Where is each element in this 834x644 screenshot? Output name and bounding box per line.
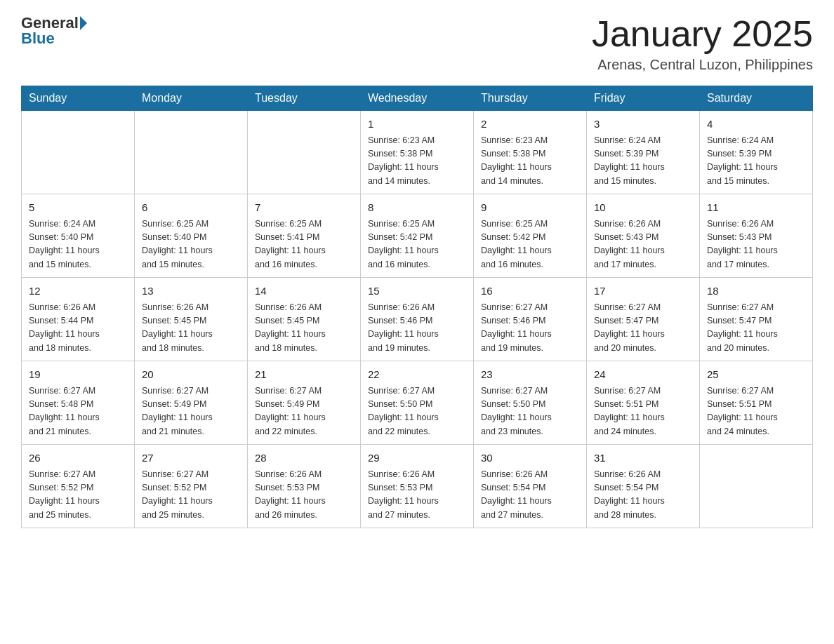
day-info: Sunrise: 6:26 AMSunset: 5:53 PMDaylight:… [368,468,466,523]
location-title: Arenas, Central Luzon, Philippines [592,57,813,73]
day-info: Sunrise: 6:26 AMSunset: 5:43 PMDaylight:… [707,217,805,272]
day-info: Sunrise: 6:25 AMSunset: 5:41 PMDaylight:… [255,217,353,272]
day-info: Sunrise: 6:25 AMSunset: 5:42 PMDaylight:… [481,217,579,272]
week-row-2: 5Sunrise: 6:24 AMSunset: 5:40 PMDaylight… [22,194,813,278]
day-number: 20 [142,367,240,383]
calendar-cell: 10Sunrise: 6:26 AMSunset: 5:43 PMDayligh… [587,194,700,278]
day-info: Sunrise: 6:26 AMSunset: 5:46 PMDaylight:… [368,301,466,356]
day-info: Sunrise: 6:27 AMSunset: 5:49 PMDaylight:… [255,384,353,439]
day-info: Sunrise: 6:27 AMSunset: 5:51 PMDaylight:… [707,384,805,439]
weekday-header-wednesday: Wednesday [361,86,474,111]
calendar-cell: 23Sunrise: 6:27 AMSunset: 5:50 PMDayligh… [474,361,587,445]
calendar-cell: 11Sunrise: 6:26 AMSunset: 5:43 PMDayligh… [700,194,813,278]
day-number: 7 [255,200,353,216]
day-number: 15 [368,283,466,300]
calendar-cell [22,111,135,194]
calendar-cell: 13Sunrise: 6:26 AMSunset: 5:45 PMDayligh… [135,278,248,361]
month-title: January 2025 [592,14,813,54]
day-number: 6 [142,200,240,216]
day-info: Sunrise: 6:27 AMSunset: 5:52 PMDaylight:… [29,468,127,523]
calendar-cell: 26Sunrise: 6:27 AMSunset: 5:52 PMDayligh… [22,445,135,528]
day-info: Sunrise: 6:24 AMSunset: 5:39 PMDaylight:… [594,134,692,189]
day-info: Sunrise: 6:27 AMSunset: 5:49 PMDaylight:… [142,384,240,439]
calendar-cell: 15Sunrise: 6:26 AMSunset: 5:46 PMDayligh… [361,278,474,361]
day-number: 31 [594,450,692,467]
day-number: 17 [594,283,692,300]
calendar-cell: 18Sunrise: 6:27 AMSunset: 5:47 PMDayligh… [700,278,813,361]
calendar-cell: 1Sunrise: 6:23 AMSunset: 5:38 PMDaylight… [361,111,474,194]
calendar-table: SundayMondayTuesdayWednesdayThursdayFrid… [21,86,813,528]
day-info: Sunrise: 6:27 AMSunset: 5:46 PMDaylight:… [481,301,579,356]
calendar-cell [248,111,361,194]
day-info: Sunrise: 6:24 AMSunset: 5:40 PMDaylight:… [29,217,127,272]
day-info: Sunrise: 6:27 AMSunset: 5:51 PMDaylight:… [594,384,692,439]
day-info: Sunrise: 6:25 AMSunset: 5:40 PMDaylight:… [142,217,240,272]
day-number: 4 [707,116,805,133]
calendar-cell: 14Sunrise: 6:26 AMSunset: 5:45 PMDayligh… [248,278,361,361]
day-number: 18 [707,283,805,300]
day-info: Sunrise: 6:26 AMSunset: 5:45 PMDaylight:… [255,301,353,356]
day-number: 27 [142,450,240,467]
day-number: 1 [368,116,466,133]
calendar-cell: 8Sunrise: 6:25 AMSunset: 5:42 PMDaylight… [361,194,474,278]
day-number: 3 [594,116,692,133]
day-info: Sunrise: 6:27 AMSunset: 5:48 PMDaylight:… [29,384,127,439]
calendar-cell: 21Sunrise: 6:27 AMSunset: 5:49 PMDayligh… [248,361,361,445]
weekday-header-row: SundayMondayTuesdayWednesdayThursdayFrid… [22,86,813,111]
day-number: 21 [255,367,353,383]
day-number: 5 [29,200,127,216]
calendar-cell: 25Sunrise: 6:27 AMSunset: 5:51 PMDayligh… [700,361,813,445]
weekday-header-friday: Friday [587,86,700,111]
weekday-header-saturday: Saturday [700,86,813,111]
day-number: 14 [255,283,353,300]
page-header: General Blue January 2025 Arenas, Centra… [21,14,813,73]
day-number: 16 [481,283,579,300]
day-number: 25 [707,367,805,383]
day-number: 28 [255,450,353,467]
calendar-cell: 9Sunrise: 6:25 AMSunset: 5:42 PMDaylight… [474,194,587,278]
day-number: 26 [29,450,127,467]
day-info: Sunrise: 6:26 AMSunset: 5:54 PMDaylight:… [481,468,579,523]
logo-blue-text: Blue [21,29,55,48]
title-block: January 2025 Arenas, Central Luzon, Phil… [592,14,813,73]
calendar-cell: 16Sunrise: 6:27 AMSunset: 5:46 PMDayligh… [474,278,587,361]
day-number: 10 [594,200,692,216]
calendar-cell: 20Sunrise: 6:27 AMSunset: 5:49 PMDayligh… [135,361,248,445]
calendar-cell: 22Sunrise: 6:27 AMSunset: 5:50 PMDayligh… [361,361,474,445]
calendar-cell: 24Sunrise: 6:27 AMSunset: 5:51 PMDayligh… [587,361,700,445]
logo-arrow-icon [80,16,87,30]
day-info: Sunrise: 6:26 AMSunset: 5:45 PMDaylight:… [142,301,240,356]
day-number: 12 [29,283,127,300]
day-info: Sunrise: 6:25 AMSunset: 5:42 PMDaylight:… [368,217,466,272]
logo: General Blue [21,14,87,48]
day-info: Sunrise: 6:26 AMSunset: 5:43 PMDaylight:… [594,217,692,272]
weekday-header-thursday: Thursday [474,86,587,111]
weekday-header-monday: Monday [135,86,248,111]
calendar-cell: 28Sunrise: 6:26 AMSunset: 5:53 PMDayligh… [248,445,361,528]
day-number: 30 [481,450,579,467]
day-number: 29 [368,450,466,467]
day-info: Sunrise: 6:27 AMSunset: 5:52 PMDaylight:… [142,468,240,523]
day-number: 19 [29,367,127,383]
day-number: 13 [142,283,240,300]
week-row-5: 26Sunrise: 6:27 AMSunset: 5:52 PMDayligh… [22,445,813,528]
calendar-cell: 7Sunrise: 6:25 AMSunset: 5:41 PMDaylight… [248,194,361,278]
calendar-cell: 12Sunrise: 6:26 AMSunset: 5:44 PMDayligh… [22,278,135,361]
day-number: 2 [481,116,579,133]
day-info: Sunrise: 6:23 AMSunset: 5:38 PMDaylight:… [481,134,579,189]
day-info: Sunrise: 6:26 AMSunset: 5:53 PMDaylight:… [255,468,353,523]
day-info: Sunrise: 6:26 AMSunset: 5:54 PMDaylight:… [594,468,692,523]
calendar-cell: 5Sunrise: 6:24 AMSunset: 5:40 PMDaylight… [22,194,135,278]
calendar-cell: 29Sunrise: 6:26 AMSunset: 5:53 PMDayligh… [361,445,474,528]
weekday-header-sunday: Sunday [22,86,135,111]
day-number: 11 [707,200,805,216]
day-number: 24 [594,367,692,383]
calendar-cell: 6Sunrise: 6:25 AMSunset: 5:40 PMDaylight… [135,194,248,278]
calendar-cell: 17Sunrise: 6:27 AMSunset: 5:47 PMDayligh… [587,278,700,361]
day-info: Sunrise: 6:27 AMSunset: 5:47 PMDaylight:… [594,301,692,356]
weekday-header-tuesday: Tuesday [248,86,361,111]
day-info: Sunrise: 6:23 AMSunset: 5:38 PMDaylight:… [368,134,466,189]
calendar-cell [700,445,813,528]
week-row-3: 12Sunrise: 6:26 AMSunset: 5:44 PMDayligh… [22,278,813,361]
calendar-cell: 3Sunrise: 6:24 AMSunset: 5:39 PMDaylight… [587,111,700,194]
